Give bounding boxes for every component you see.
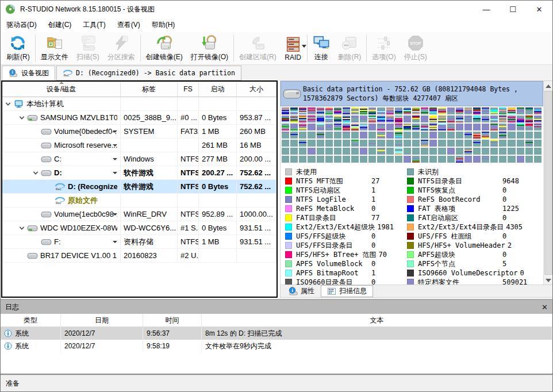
scrollbar-thumb[interactable] — [544, 91, 552, 275]
scan-info-icon — [327, 287, 336, 296]
map-block — [282, 132, 289, 139]
map-block — [386, 116, 394, 122]
tree-row-2[interactable]: Volume{0bedecf0-...SYSTEMFAT321 MB260 MB — [2, 125, 276, 139]
tree-row-7[interactable]: Rec.原始文件 — [2, 194, 276, 207]
map-block — [377, 140, 385, 147]
log-column-header-1[interactable]: 日期 — [61, 314, 143, 326]
map-block — [325, 107, 333, 114]
tree-column-header-0[interactable]: 设备/磁盘 — [2, 82, 121, 97]
scroll-down-icon[interactable] — [546, 279, 551, 282]
menu-item-2[interactable]: 工具(T) — [77, 18, 111, 32]
toolbar-separator — [140, 35, 141, 62]
map-block — [334, 132, 341, 139]
log-column-header-2[interactable]: 时间 — [143, 314, 202, 326]
expand-chevron-icon[interactable] — [18, 114, 25, 121]
tree-column-header-1[interactable]: 标签 — [121, 82, 178, 97]
map-block — [473, 156, 481, 163]
volume-dropdown-icon[interactable] — [113, 213, 117, 216]
map-block — [368, 148, 376, 155]
tab-properties[interactable]: i属性 — [282, 285, 321, 297]
expand-chevron-icon[interactable] — [32, 170, 39, 176]
tab-device-view[interactable]: i设备视图 — [2, 66, 55, 80]
legend-color-chip — [285, 187, 292, 194]
log-column-header-3[interactable]: 文本 — [202, 314, 552, 326]
expand-chevron-icon[interactable] — [5, 101, 11, 107]
legend-label: UFS/FFS超级块 — [296, 232, 369, 241]
menu-item-0[interactable]: 驱动器(D) — [1, 18, 43, 32]
toolbar-button-connect[interactable]: 连接 — [309, 33, 334, 63]
dropdown-caret-icon[interactable] — [302, 45, 306, 48]
volume-dropdown-icon[interactable] — [113, 158, 117, 160]
toolbar-button-stop[interactable]: STOP停止(S) — [400, 33, 431, 63]
volume-dropdown-icon[interactable] — [113, 241, 117, 243]
toolbar-button-raid[interactable]: RAID — [281, 33, 306, 63]
map-block — [534, 107, 542, 114]
tree-column-header-3[interactable]: 启动 — [199, 82, 237, 97]
menu-item-1[interactable]: 创建(C) — [43, 18, 78, 32]
tree-row-11[interactable]: BR17 DEVICE V1.00 1....20160823#2 U... — [2, 249, 276, 263]
tree-row-10[interactable]: F:资料存储NTFS1 MB931.51 ... — [2, 235, 276, 249]
legend-column-left: 未使用NTFS MFT范围27NTFS启动扇区1NTFS LogFile1ReF… — [285, 167, 405, 287]
fs-cell: FAT32 — [178, 125, 199, 139]
map-block — [386, 156, 394, 163]
expand-chevron-icon[interactable] — [18, 225, 25, 232]
tree-row-4[interactable]: C:WindowsNTFS277 MB200.00 ... — [2, 152, 276, 166]
toolbar-button-create-image[interactable]: 创建镜像(E) — [142, 33, 187, 63]
map-block — [490, 148, 498, 155]
fs-cell: NTFS — [178, 166, 199, 180]
tab-scan-info[interactable]: 扫描信息 — [321, 285, 373, 297]
vertical-scrollbar[interactable] — [543, 81, 553, 286]
log-column-header-0[interactable]: 类型 — [1, 314, 61, 326]
scroll-up-icon[interactable] — [546, 84, 551, 88]
block-map[interactable] — [282, 107, 542, 163]
map-block — [447, 156, 455, 163]
volume-dropdown-icon[interactable] — [113, 172, 117, 174]
menu-item-4[interactable]: 帮助(H) — [146, 18, 181, 32]
title-bar[interactable]: R-STUDIO Network 8.15.180015 - 设备视图 —☐✕ — [1, 1, 552, 18]
tree-row-0[interactable]: 本地计算机 — [2, 97, 276, 111]
toolbar-separator — [307, 35, 308, 62]
tree-row-1[interactable]: SAMSUNG MZVLB1T0...0025_388B_9...#0 ...0… — [2, 111, 276, 125]
close-button[interactable]: ✕ — [526, 1, 552, 18]
label-cell: 软件游戏 — [121, 166, 178, 180]
map-block — [499, 107, 506, 114]
tree-row-5[interactable]: D:软件游戏NTFS200.27 ...752.62 ... — [2, 166, 276, 180]
raid-icon — [285, 36, 302, 53]
volume-dropdown-icon[interactable] — [113, 144, 117, 147]
svg-text:i: i — [12, 70, 13, 75]
legend-value: 0 — [500, 186, 506, 194]
toolbar-separator — [366, 35, 367, 62]
toolbar-button-scan[interactable]: 扫描(S) — [72, 33, 103, 63]
tree-row-8[interactable]: Volume{1ecb0c98-...WinRE_DRVNTFS952.89 .… — [2, 207, 276, 221]
toolbar-button-partition-search[interactable]: 分区搜索 — [103, 33, 139, 63]
log-row-1[interactable]: 系统2020/12/79:58:19文件枚举在9秒内完成 — [1, 340, 552, 352]
maximize-button[interactable]: ☐ — [500, 1, 526, 18]
legend-color-chip — [285, 270, 292, 276]
device-cell: D: — [2, 166, 121, 180]
volume-dropdown-icon[interactable] — [113, 130, 117, 133]
tree-rows: 本地计算机SAMSUNG MZVLB1T0...0025_388B_9...#0… — [2, 97, 276, 263]
toolbar-button-delete[interactable]: 删除(R) — [334, 33, 366, 63]
map-block — [290, 107, 298, 114]
tree-column-header-4[interactable]: 大小 — [237, 82, 276, 97]
map-block — [325, 116, 333, 122]
map-block — [464, 156, 472, 163]
tree-column-header-2[interactable]: FS — [178, 82, 199, 97]
menu-item-3[interactable]: 查看(V) — [112, 18, 146, 32]
log-row-0[interactable]: 系统2020/12/79:56:378m 12s 的 D: 扫描已完成 — [1, 327, 552, 340]
log-close-icon[interactable]: ✕ — [542, 303, 548, 312]
tree-row-9[interactable]: WDC WD10EZEX-08W...WD-WCC6Y6...#1 S...0 … — [2, 221, 276, 235]
minimize-button[interactable]: — — [473, 1, 500, 18]
toolbar-button-open-image[interactable]: 打开镜像(O) — [187, 33, 232, 63]
legend-value: 4305 — [504, 223, 523, 231]
device-cell: Microsoft reserve... — [2, 139, 121, 152]
toolbar-button-refresh[interactable]: 刷新(R) — [2, 33, 34, 63]
tree-row-6[interactable]: Rec.D: (Recognize...软件游戏NTFS0 Bytes752.6… — [2, 180, 276, 194]
toolbar-button-options[interactable]: 选项(O) — [368, 33, 400, 63]
device-cell: SAMSUNG MZVLB1T0... — [2, 111, 121, 125]
toolbar-button-create-region[interactable]: 创建区域(R) — [235, 33, 281, 63]
tab-recognized-partition[interactable]: Rec.D: (Recognized0) -> Basic data parti… — [56, 66, 241, 80]
tree-row-3[interactable]: Microsoft reserve...261 MB16 MB — [2, 139, 276, 152]
toolbar-button-show-files[interactable]: 显示文件 — [37, 33, 72, 63]
scan-info-panel: Basic data partition - 752.62 GB (808121… — [280, 80, 553, 298]
